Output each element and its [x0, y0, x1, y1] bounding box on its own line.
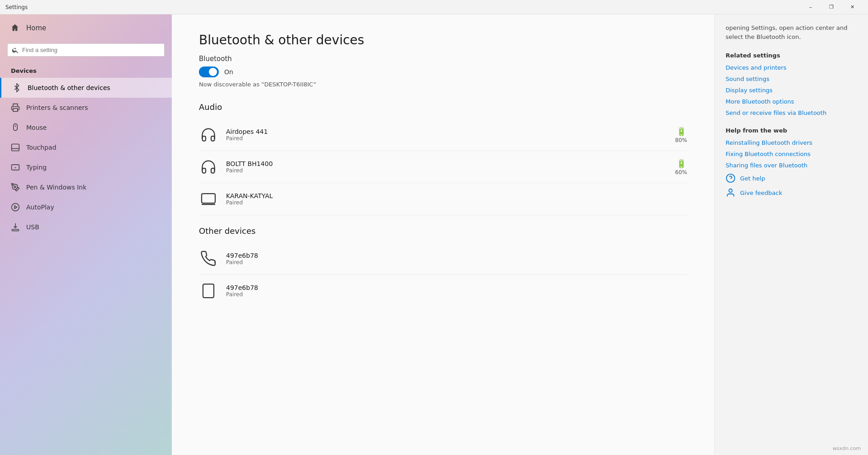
device-item-boltt[interactable]: BOLTT BH1400 Paired 🔋 60% — [199, 151, 687, 183]
app-container: Home Devices Bluetooth & other devices — [0, 14, 868, 455]
sidebar-section-devices: Devices — [0, 62, 172, 78]
sidebar-item-bluetooth-label: Bluetooth & other devices — [28, 84, 110, 91]
titlebar-controls: − ❐ ✕ — [800, 0, 863, 14]
svg-marker-15 — [14, 206, 17, 209]
autoplay-icon — [11, 203, 20, 212]
device-name-karan: KARAN-KATYAL — [226, 192, 687, 199]
device-item-other2[interactable]: 497e6b78 Paired — [199, 275, 687, 307]
link-fixing[interactable]: Fixing Bluetooth connections — [726, 151, 857, 157]
help-section-title: Help from the web — [726, 127, 857, 134]
maximize-button[interactable]: ❐ — [821, 0, 842, 14]
svg-point-14 — [12, 204, 19, 211]
device-info-other1: 497e6b78 Paired — [226, 252, 687, 265]
bluetooth-toggle-label: On — [224, 68, 233, 76]
related-settings-title: Related settings — [726, 52, 857, 59]
pen-icon — [11, 183, 20, 192]
minimize-button[interactable]: − — [800, 0, 821, 14]
discoverable-text: Now discoverable as “DESKTOP-T6II8IC” — [199, 81, 687, 88]
link-send-receive[interactable]: Send or receive files via Bluetooth — [726, 109, 857, 116]
device-status-boltt: Paired — [226, 167, 667, 174]
device-info-karan: KARAN-KATYAL Paired — [226, 192, 687, 206]
sidebar-item-printers[interactable]: Printers & scanners — [0, 98, 172, 118]
search-input[interactable] — [22, 47, 160, 53]
sidebar-item-home[interactable]: Home — [0, 14, 172, 42]
svg-rect-3 — [12, 144, 19, 151]
right-panel-intro: opening Settings, open action center and… — [726, 24, 857, 41]
device-name-boltt: BOLTT BH1400 — [226, 160, 667, 167]
sidebar-item-printers-label: Printers & scanners — [26, 104, 88, 111]
main-content: Bluetooth & other devices Bluetooth On N… — [172, 14, 714, 455]
svg-point-13 — [14, 186, 16, 188]
home-label: Home — [26, 24, 46, 32]
get-help-label: Get help — [740, 175, 765, 182]
link-sound-settings[interactable]: Sound settings — [726, 76, 857, 82]
device-item-other1[interactable]: 497e6b78 Paired — [199, 243, 687, 275]
sidebar-item-usb[interactable]: USB — [0, 217, 172, 237]
sidebar-item-autoplay[interactable]: AutoPlay — [0, 197, 172, 217]
give-feedback-label: Give feedback — [740, 190, 782, 196]
svg-rect-16 — [202, 194, 215, 203]
link-devices-printers[interactable]: Devices and printers — [726, 64, 857, 71]
phone-icon-other1 — [199, 249, 218, 268]
device-item-karan[interactable]: KARAN-KATYAL Paired — [199, 183, 687, 215]
headphones-icon-boltt — [199, 157, 218, 176]
bluetooth-toggle-row: On — [199, 66, 687, 77]
sidebar-item-usb-label: USB — [26, 223, 39, 231]
device-status-other2: Paired — [226, 291, 687, 298]
mouse-icon — [11, 123, 20, 132]
headphones-icon — [199, 125, 218, 144]
sidebar: Home Devices Bluetooth & other devices — [0, 14, 172, 455]
usb-icon — [11, 223, 20, 232]
sidebar-item-pen-label: Pen & Windows Ink — [26, 184, 86, 191]
device-status-airdopes: Paired — [226, 135, 667, 142]
sidebar-item-bluetooth[interactable]: Bluetooth & other devices — [0, 78, 172, 98]
get-help-icon — [726, 173, 736, 183]
battery-icon-airdopes: 🔋 — [676, 127, 686, 136]
watermark: wsxdn.com — [833, 446, 861, 451]
link-sharing[interactable]: Sharing files over Bluetooth — [726, 162, 857, 169]
sidebar-item-touchpad[interactable]: Touchpad — [0, 137, 172, 157]
tablet-icon-other2 — [199, 281, 218, 300]
sidebar-item-mouse-label: Mouse — [26, 124, 47, 131]
bluetooth-icon — [12, 83, 21, 92]
device-battery-boltt: 🔋 60% — [675, 159, 687, 175]
device-info-airdopes: Airdopes 441 Paired — [226, 128, 667, 142]
device-name-other2: 497e6b78 — [226, 284, 687, 291]
titlebar-title: Settings — [5, 4, 28, 10]
audio-section-title: Audio — [199, 102, 687, 112]
link-reinstalling[interactable]: Reinstalling Bluetooth drivers — [726, 139, 857, 146]
svg-rect-0 — [13, 109, 18, 112]
device-item-airdopes[interactable]: Airdopes 441 Paired 🔋 80% — [199, 119, 687, 151]
search-box[interactable] — [7, 43, 165, 57]
device-status-other1: Paired — [226, 259, 687, 265]
device-battery-airdopes: 🔋 80% — [675, 127, 687, 143]
home-icon — [11, 24, 20, 33]
bluetooth-toggle[interactable] — [199, 66, 219, 77]
right-panel: opening Settings, open action center and… — [714, 14, 868, 455]
typing-icon — [11, 163, 20, 172]
link-more-bluetooth[interactable]: More Bluetooth options — [726, 98, 857, 105]
sidebar-item-autoplay-label: AutoPlay — [26, 204, 54, 211]
close-button[interactable]: ✕ — [842, 0, 863, 14]
printers-icon — [11, 103, 20, 112]
laptop-icon-karan — [199, 190, 218, 209]
battery-pct-airdopes: 80% — [675, 137, 687, 143]
get-help-row[interactable]: Get help — [726, 173, 857, 183]
sidebar-item-mouse[interactable]: Mouse — [0, 118, 172, 137]
sidebar-item-pen[interactable]: Pen & Windows Ink — [0, 177, 172, 197]
device-name-airdopes: Airdopes 441 — [226, 128, 667, 135]
link-display-settings[interactable]: Display settings — [726, 87, 857, 94]
sidebar-item-typing[interactable]: Typing — [0, 157, 172, 177]
touchpad-icon — [11, 143, 20, 152]
battery-icon-boltt: 🔋 — [676, 159, 686, 168]
bluetooth-section-label: Bluetooth — [199, 55, 687, 63]
svg-rect-1 — [14, 124, 17, 131]
sidebar-item-touchpad-label: Touchpad — [26, 144, 57, 151]
other-section-title: Other devices — [199, 226, 687, 236]
svg-rect-18 — [203, 284, 214, 298]
titlebar: Settings − ❐ ✕ — [0, 0, 868, 14]
sidebar-item-typing-label: Typing — [26, 164, 47, 171]
search-icon — [12, 47, 19, 53]
give-feedback-row[interactable]: Give feedback — [726, 188, 857, 198]
battery-pct-boltt: 60% — [675, 169, 687, 175]
